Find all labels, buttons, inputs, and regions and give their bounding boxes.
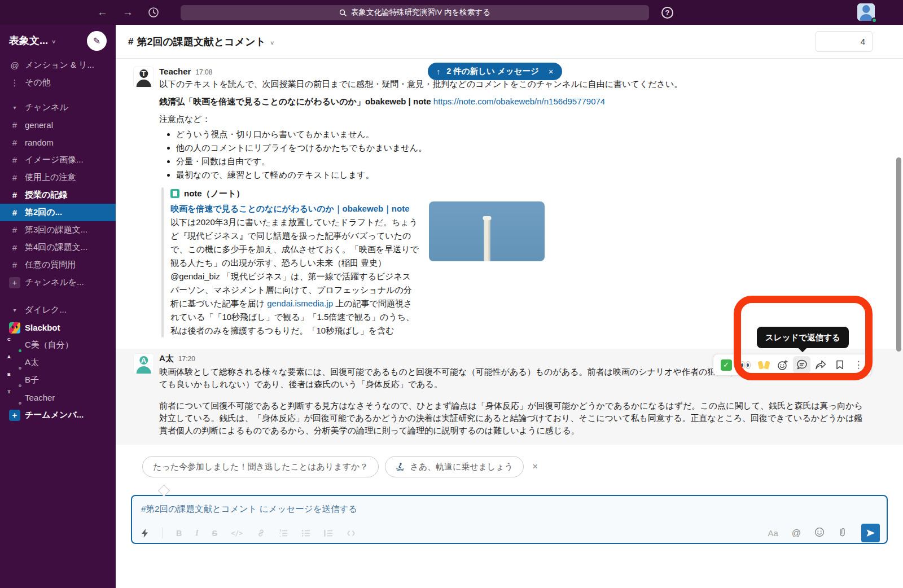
dm-section-header[interactable]: ▾ ダイレク...	[0, 301, 116, 319]
message-teacher[interactable]: T Teacher 17:08 以下のテキストを読んで、次回授業日の前日までに感…	[116, 63, 903, 341]
sidebar-channel-random[interactable]: # random	[0, 134, 116, 151]
sidebar-dm-b[interactable]: B B子	[0, 371, 116, 389]
sidebar-channel-general[interactable]: # general	[0, 116, 116, 134]
react-raised-hands-button[interactable]	[755, 356, 773, 374]
add-channel-button[interactable]: + チャンネルを...	[0, 274, 116, 291]
share-message-button[interactable]	[812, 356, 830, 374]
link-preview-card[interactable]: note（ノート） 映画を倍速で見ることのなにがわるいのか｜obakeweb｜n…	[161, 187, 866, 337]
send-button[interactable]	[861, 524, 880, 542]
avatar[interactable]: A	[133, 353, 154, 374]
message-composer[interactable]: #第2回の課題文献とコメント にメッセージを送信する B I S </>	[131, 495, 888, 544]
member-count-widget[interactable]: A T C 4	[816, 31, 873, 52]
reply-in-thread-button[interactable]	[793, 356, 810, 374]
react-eyes-button[interactable]	[737, 356, 754, 374]
italic-button[interactable]: I	[195, 529, 198, 538]
dismiss-chips-button[interactable]: ×	[532, 461, 538, 472]
ordered-list-button[interactable]	[279, 529, 288, 537]
invite-members-button[interactable]: + チームメンバ...	[0, 406, 116, 424]
sidebar-dm-a[interactable]: A A太	[0, 354, 116, 371]
attachment-description: 以下は2020年3月に書いたまま放置していたドラフトだ。ちょうど『現代ビジネス』…	[170, 216, 419, 337]
sidebar-channel-usage-notes[interactable]: # 使用上の注意	[0, 169, 116, 186]
inline-link[interactable]: gendai.ismedia.jp	[267, 299, 333, 308]
hash-icon: #	[9, 173, 20, 182]
new-messages-banner[interactable]: ↑ 2 件の新しい メッセージ ×	[428, 63, 562, 80]
reference-url-link[interactable]: https://note.com/obakeweb/n/n156d9577907…	[433, 96, 605, 106]
attachment-thumbnail-image[interactable]	[429, 201, 545, 261]
smiley-icon	[814, 527, 825, 537]
history-back-button[interactable]: ←	[97, 6, 108, 19]
blockquote-icon	[324, 529, 333, 537]
avatar[interactable]: T	[133, 67, 154, 87]
compose-button[interactable]: ✎	[87, 31, 107, 51]
vertical-scrollbar-thumb[interactable]	[896, 157, 901, 352]
link-button[interactable]	[257, 529, 265, 537]
help-button[interactable]: ?	[661, 7, 673, 19]
attach-file-button[interactable]	[838, 527, 847, 539]
search-input[interactable]: 表象文化論特殊研究演習IV 内を検索する	[181, 5, 649, 20]
sidebar-dm-slackbot[interactable]: Slackbot	[0, 319, 116, 336]
arrow-up-icon: ↑	[436, 67, 440, 76]
sidebar-channel-session2-selected[interactable]: # 第2回の...	[0, 204, 116, 221]
composer-right-buttons: Aa @	[768, 524, 880, 542]
suggestion-chip-on-track[interactable]: さあ、軌道に乗せましょう	[385, 456, 524, 477]
message-actions-toolbar: ✓ ⋮	[713, 354, 872, 376]
sidebar-channel-questions[interactable]: # 任意の質問用	[0, 256, 116, 274]
sidebar-dm-self[interactable]: C C美（自分）	[0, 336, 116, 354]
sidebar-channel-class-records[interactable]: # 授業の記録	[0, 186, 116, 204]
dm-label: Teacher	[25, 393, 55, 402]
timestamp[interactable]: 17:20	[178, 355, 195, 363]
sidebar-channel-session3[interactable]: # 第3回の課題文...	[0, 221, 116, 239]
chimney-photo-shape	[484, 216, 490, 261]
sidebar-item-label: メンション & リ...	[25, 60, 94, 71]
sidebar-dm-teacher[interactable]: T Teacher	[0, 389, 116, 406]
dm-label: Slackbot	[25, 323, 60, 332]
more-actions-button[interactable]: ⋮	[850, 356, 867, 374]
save-bookmark-button[interactable]	[831, 356, 848, 374]
attachment-title-link[interactable]: 映画を倍速で見ることのなにがわるいのか｜obakeweb｜note	[170, 201, 419, 216]
section-label: ダイレク...	[25, 305, 67, 315]
bullet-item: 分量・回数は自由です。	[176, 155, 866, 168]
add-reaction-button[interactable]	[774, 356, 792, 374]
sender-name[interactable]: A太	[159, 353, 174, 364]
section-label: チャンネル	[25, 102, 68, 113]
caret-down-icon: ▾	[9, 104, 20, 111]
hash-icon: #	[9, 138, 20, 147]
main-pane: # 第2回の課題文献とコメント ˅ A T C 4 T Teacher	[116, 25, 903, 588]
bullet-list-button[interactable]	[301, 529, 310, 537]
sender-name[interactable]: Teacher	[159, 67, 191, 76]
code-block-button[interactable]	[347, 529, 356, 537]
sidebar-item-more[interactable]: ⋮ その他	[0, 74, 116, 91]
timestamp[interactable]: 17:08	[195, 68, 212, 76]
presence-offline-dot	[17, 366, 23, 371]
composer-toolbar: B I S </>	[132, 524, 887, 542]
clock-icon	[148, 7, 159, 18]
avatar-letter: A	[139, 356, 148, 365]
sidebar-channel-image[interactable]: # イメージ画像...	[0, 151, 116, 169]
text-format-toggle[interactable]: Aa	[768, 528, 778, 538]
sidebar-channel-session4[interactable]: # 第4回の課題文...	[0, 239, 116, 256]
user-avatar[interactable]	[857, 3, 875, 21]
sidebar-item-label: その他	[25, 77, 51, 88]
emoji-button[interactable]	[814, 527, 825, 539]
raised-hands-emoji	[759, 361, 769, 369]
workspace-switcher[interactable]: 表象文... ˅ ✎	[0, 25, 116, 56]
react-check-button[interactable]: ✓	[717, 356, 735, 374]
channels-section-header[interactable]: ▾ チャンネル	[0, 99, 116, 116]
history-clock-button[interactable]	[148, 7, 159, 18]
bold-button[interactable]: B	[176, 529, 182, 538]
mention-button[interactable]: @	[792, 528, 801, 538]
hash-icon: #	[128, 36, 133, 47]
code-button[interactable]: </>	[231, 529, 243, 537]
attachment-content: note（ノート） 映画を倍速で見ることのなにがわるいのか｜obakeweb｜n…	[170, 187, 545, 337]
blockquote-button[interactable]	[324, 529, 333, 537]
message-input[interactable]: #第2回の課題文献とコメント にメッセージを送信する	[132, 496, 887, 515]
strikethrough-button[interactable]: S	[212, 529, 217, 538]
avatar-torso	[860, 14, 873, 21]
dismiss-banner-button[interactable]: ×	[549, 67, 554, 76]
sidebar-item-mentions[interactable]: @ メンション & リ...	[0, 56, 116, 74]
channel-title[interactable]: 第2回の課題文献とコメント	[137, 35, 266, 49]
shortcuts-button[interactable]	[141, 529, 148, 538]
suggestion-chip-joined[interactable]: たった今参加しました！聞き逃したことはありますか？	[142, 456, 379, 477]
history-forward-button[interactable]: →	[122, 6, 133, 19]
attachment-columns: 映画を倍速で見ることのなにがわるいのか｜obakeweb｜note 以下は202…	[170, 201, 545, 337]
